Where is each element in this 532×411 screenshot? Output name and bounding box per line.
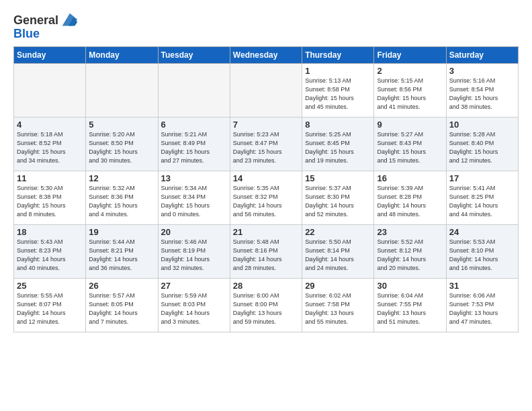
day-info: Sunrise: 5:59 AM Sunset: 8:03 PM Dayligh… xyxy=(161,291,227,326)
day-number: 1 xyxy=(305,66,371,76)
col-header-thursday: Thursday xyxy=(302,47,374,64)
day-info: Sunrise: 6:04 AM Sunset: 7:55 PM Dayligh… xyxy=(377,291,443,326)
day-info: Sunrise: 5:57 AM Sunset: 8:05 PM Dayligh… xyxy=(89,291,154,326)
day-number: 9 xyxy=(377,120,443,130)
day-info: Sunrise: 5:30 AM Sunset: 8:38 PM Dayligh… xyxy=(17,184,83,219)
day-info: Sunrise: 5:52 AM Sunset: 8:12 PM Dayligh… xyxy=(377,238,443,273)
day-cell: 13Sunrise: 5:34 AM Sunset: 8:34 PM Dayli… xyxy=(158,171,230,225)
day-cell: 23Sunrise: 5:52 AM Sunset: 8:12 PM Dayli… xyxy=(374,225,446,279)
day-cell: 24Sunrise: 5:53 AM Sunset: 8:10 PM Dayli… xyxy=(446,225,518,279)
day-number: 11 xyxy=(17,173,83,183)
day-cell: 16Sunrise: 5:39 AM Sunset: 8:28 PM Dayli… xyxy=(374,171,446,225)
day-number: 18 xyxy=(17,227,83,237)
day-info: Sunrise: 5:15 AM Sunset: 8:56 PM Dayligh… xyxy=(377,77,443,111)
day-info: Sunrise: 5:16 AM Sunset: 8:54 PM Dayligh… xyxy=(449,77,515,111)
day-number: 20 xyxy=(161,227,227,237)
day-cell: 10Sunrise: 5:28 AM Sunset: 8:40 PM Dayli… xyxy=(446,118,518,171)
day-info: Sunrise: 5:39 AM Sunset: 8:28 PM Dayligh… xyxy=(377,184,443,219)
day-cell xyxy=(230,64,302,118)
day-info: Sunrise: 5:18 AM Sunset: 8:52 PM Dayligh… xyxy=(17,130,83,165)
col-header-wednesday: Wednesday xyxy=(230,47,302,64)
day-info: Sunrise: 5:43 AM Sunset: 8:23 PM Dayligh… xyxy=(17,238,83,273)
week-row-2: 4Sunrise: 5:18 AM Sunset: 8:52 PM Daylig… xyxy=(14,118,519,171)
day-cell: 9Sunrise: 5:27 AM Sunset: 8:43 PM Daylig… xyxy=(374,118,446,171)
day-cell: 15Sunrise: 5:37 AM Sunset: 8:30 PM Dayli… xyxy=(302,171,374,225)
day-number: 21 xyxy=(233,227,299,237)
day-cell: 7Sunrise: 5:23 AM Sunset: 8:47 PM Daylig… xyxy=(230,118,302,171)
day-cell: 3Sunrise: 5:16 AM Sunset: 8:54 PM Daylig… xyxy=(446,64,518,118)
day-number: 6 xyxy=(161,120,227,130)
col-header-monday: Monday xyxy=(86,47,158,64)
header-row: SundayMondayTuesdayWednesdayThursdayFrid… xyxy=(14,47,519,64)
day-info: Sunrise: 5:37 AM Sunset: 8:30 PM Dayligh… xyxy=(305,184,371,219)
day-number: 19 xyxy=(89,227,154,237)
day-number: 25 xyxy=(17,281,83,291)
day-cell: 31Sunrise: 6:06 AM Sunset: 7:53 PM Dayli… xyxy=(446,279,518,332)
day-number: 13 xyxy=(161,173,227,183)
day-info: Sunrise: 5:34 AM Sunset: 8:34 PM Dayligh… xyxy=(161,184,227,219)
day-cell: 25Sunrise: 5:55 AM Sunset: 8:07 PM Dayli… xyxy=(14,279,86,332)
calendar-table: SundayMondayTuesdayWednesdayThursdayFrid… xyxy=(13,46,519,332)
day-cell: 22Sunrise: 5:50 AM Sunset: 8:14 PM Dayli… xyxy=(302,225,374,279)
day-info: Sunrise: 5:28 AM Sunset: 8:40 PM Dayligh… xyxy=(449,130,515,165)
day-number: 5 xyxy=(89,120,154,130)
day-cell: 12Sunrise: 5:32 AM Sunset: 8:36 PM Dayli… xyxy=(86,171,158,225)
day-info: Sunrise: 5:46 AM Sunset: 8:19 PM Dayligh… xyxy=(161,238,227,273)
day-info: Sunrise: 5:48 AM Sunset: 8:16 PM Dayligh… xyxy=(233,238,299,273)
day-info: Sunrise: 6:02 AM Sunset: 7:58 PM Dayligh… xyxy=(305,291,371,326)
day-cell: 11Sunrise: 5:30 AM Sunset: 8:38 PM Dayli… xyxy=(14,171,86,225)
day-info: Sunrise: 5:27 AM Sunset: 8:43 PM Dayligh… xyxy=(377,130,443,165)
day-info: Sunrise: 5:23 AM Sunset: 8:47 PM Dayligh… xyxy=(233,130,299,165)
day-cell: 2Sunrise: 5:15 AM Sunset: 8:56 PM Daylig… xyxy=(374,64,446,118)
day-number: 28 xyxy=(233,281,299,291)
day-info: Sunrise: 6:00 AM Sunset: 8:00 PM Dayligh… xyxy=(233,291,299,326)
page: General Blue SundayMondayTuesdayWednesda… xyxy=(0,0,532,411)
day-number: 16 xyxy=(377,173,443,183)
day-number: 4 xyxy=(17,120,83,130)
day-number: 12 xyxy=(89,173,154,183)
day-cell: 21Sunrise: 5:48 AM Sunset: 8:16 PM Dayli… xyxy=(230,225,302,279)
day-number: 27 xyxy=(161,281,227,291)
logo-icon xyxy=(60,11,79,30)
day-cell xyxy=(14,64,86,118)
day-info: Sunrise: 5:13 AM Sunset: 8:58 PM Dayligh… xyxy=(305,77,371,111)
day-number: 7 xyxy=(233,120,299,130)
col-header-friday: Friday xyxy=(374,47,446,64)
day-info: Sunrise: 5:41 AM Sunset: 8:25 PM Dayligh… xyxy=(449,184,515,219)
day-number: 8 xyxy=(305,120,371,130)
day-cell: 30Sunrise: 6:04 AM Sunset: 7:55 PM Dayli… xyxy=(374,279,446,332)
day-cell: 6Sunrise: 5:21 AM Sunset: 8:49 PM Daylig… xyxy=(158,118,230,171)
day-cell: 26Sunrise: 5:57 AM Sunset: 8:05 PM Dayli… xyxy=(86,279,158,332)
day-number: 22 xyxy=(305,227,371,237)
day-cell: 8Sunrise: 5:25 AM Sunset: 8:45 PM Daylig… xyxy=(302,118,374,171)
day-info: Sunrise: 5:55 AM Sunset: 8:07 PM Dayligh… xyxy=(17,291,83,326)
day-info: Sunrise: 5:32 AM Sunset: 8:36 PM Dayligh… xyxy=(89,184,154,219)
logo: General Blue xyxy=(13,11,79,41)
day-cell: 28Sunrise: 6:00 AM Sunset: 8:00 PM Dayli… xyxy=(230,279,302,332)
day-info: Sunrise: 5:44 AM Sunset: 8:21 PM Dayligh… xyxy=(89,238,154,273)
day-number: 30 xyxy=(377,281,443,291)
day-number: 17 xyxy=(449,173,515,183)
day-info: Sunrise: 5:20 AM Sunset: 8:50 PM Dayligh… xyxy=(89,130,154,165)
col-header-saturday: Saturday xyxy=(446,47,518,64)
week-row-5: 25Sunrise: 5:55 AM Sunset: 8:07 PM Dayli… xyxy=(14,279,519,332)
header: General Blue xyxy=(13,11,519,41)
day-info: Sunrise: 5:35 AM Sunset: 8:32 PM Dayligh… xyxy=(233,184,299,219)
day-cell: 19Sunrise: 5:44 AM Sunset: 8:21 PM Dayli… xyxy=(86,225,158,279)
day-number: 3 xyxy=(449,66,515,76)
day-info: Sunrise: 5:21 AM Sunset: 8:49 PM Dayligh… xyxy=(161,130,227,165)
week-row-4: 18Sunrise: 5:43 AM Sunset: 8:23 PM Dayli… xyxy=(14,225,519,279)
day-number: 15 xyxy=(305,173,371,183)
week-row-3: 11Sunrise: 5:30 AM Sunset: 8:38 PM Dayli… xyxy=(14,171,519,225)
day-cell: 14Sunrise: 5:35 AM Sunset: 8:32 PM Dayli… xyxy=(230,171,302,225)
day-info: Sunrise: 5:25 AM Sunset: 8:45 PM Dayligh… xyxy=(305,130,371,165)
day-cell: 1Sunrise: 5:13 AM Sunset: 8:58 PM Daylig… xyxy=(302,64,374,118)
day-info: Sunrise: 6:06 AM Sunset: 7:53 PM Dayligh… xyxy=(449,291,515,326)
day-number: 14 xyxy=(233,173,299,183)
day-number: 10 xyxy=(449,120,515,130)
col-header-tuesday: Tuesday xyxy=(158,47,230,64)
day-info: Sunrise: 5:50 AM Sunset: 8:14 PM Dayligh… xyxy=(305,238,371,273)
day-number: 31 xyxy=(449,281,515,291)
day-info: Sunrise: 5:53 AM Sunset: 8:10 PM Dayligh… xyxy=(449,238,515,273)
day-cell: 20Sunrise: 5:46 AM Sunset: 8:19 PM Dayli… xyxy=(158,225,230,279)
